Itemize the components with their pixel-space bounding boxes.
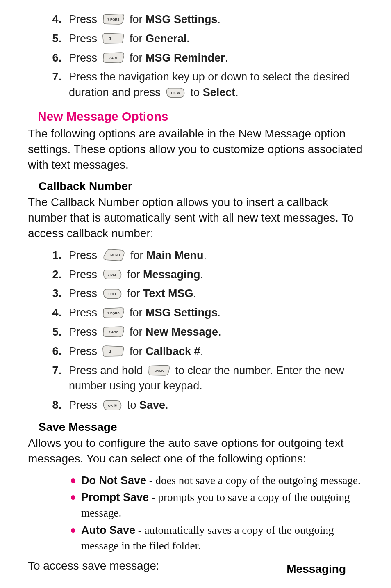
svg-text:7 PQRS: 7 PQRS bbox=[107, 18, 120, 21]
step-prefix: Press bbox=[69, 13, 100, 25]
step-mid: for bbox=[127, 326, 146, 338]
step-mid: for bbox=[127, 307, 146, 319]
step-suffix: . bbox=[235, 86, 239, 98]
svg-text:MENU: MENU bbox=[110, 253, 120, 257]
key-back-icon: BACK bbox=[148, 365, 170, 376]
key-2-icon: 2 ABC bbox=[102, 52, 125, 64]
svg-text:1: 1 bbox=[109, 349, 111, 354]
bullet-lead: Do Not Save bbox=[81, 474, 146, 487]
step-suffix: . bbox=[204, 249, 207, 261]
bullet-rest: - does not save a copy of the outgoing m… bbox=[146, 474, 361, 487]
svg-text:3 DEF: 3 DEF bbox=[107, 273, 117, 277]
step-bold: Main Menu bbox=[146, 249, 204, 261]
step-body: Press 3 DEF for Messaging. bbox=[69, 267, 366, 283]
callback-step: 7.Press and hold BACK to clear the numbe… bbox=[28, 363, 366, 394]
key-7-icon: 7 PQRS bbox=[102, 14, 125, 25]
page-footer-title: Messaging bbox=[286, 563, 346, 576]
step-prefix: Press bbox=[69, 307, 100, 319]
svg-text:OK ✉: OK ✉ bbox=[108, 404, 116, 407]
step-mid: to bbox=[124, 399, 140, 411]
step-bold: Messaging bbox=[143, 268, 200, 281]
step-body: Press 7 PQRS for MSG Settings. bbox=[69, 12, 366, 27]
step-body: Press 1 for General. bbox=[69, 31, 366, 47]
step-bold: Select bbox=[203, 86, 236, 98]
step-bold: Save bbox=[139, 399, 165, 411]
callback-step: 3.Press 3 DEF for Text MSG. bbox=[28, 286, 366, 302]
step-bold: General. bbox=[145, 32, 190, 45]
step-body: Press 1 for Callback #. bbox=[69, 344, 366, 359]
key-ok-icon: OK ✉ bbox=[165, 87, 186, 98]
callback-step: 8.Press OK ✉ to Save. bbox=[28, 398, 366, 413]
step-mid: for bbox=[127, 249, 147, 261]
intro-callback-number: The Callback Number option allows you to… bbox=[28, 194, 366, 241]
callback-step: 4.Press 7 PQRS for MSG Settings. bbox=[28, 305, 366, 321]
svg-text:OK ✉: OK ✉ bbox=[171, 91, 180, 95]
subhead-callback-number: Callback Number bbox=[39, 180, 366, 193]
step-number: 3. bbox=[48, 286, 61, 302]
save-message-bullet: Auto Save - automatically saves a copy o… bbox=[28, 523, 366, 554]
step-number: 6. bbox=[48, 50, 61, 66]
bullet-lead: Auto Save bbox=[81, 524, 135, 536]
step-number: 4. bbox=[48, 12, 61, 27]
step-mid: for bbox=[127, 52, 146, 64]
bullet-body: Auto Save - automatically saves a copy o… bbox=[81, 523, 366, 554]
step-mid: for bbox=[127, 32, 146, 45]
steps-callback-number: 1.Press MENU for Main Menu.2.Press 3 DEF… bbox=[28, 248, 366, 413]
step-prefix: Press bbox=[69, 268, 100, 281]
step-prefix: Press bbox=[69, 32, 100, 45]
step-body: Press 3 DEF for Text MSG. bbox=[69, 286, 366, 302]
intro-save-message: Allows you to configure the auto save op… bbox=[28, 435, 366, 467]
svg-text:BACK: BACK bbox=[154, 369, 164, 373]
step-body: Press 2 ABC for New Message. bbox=[69, 325, 366, 340]
step-mid: for bbox=[127, 13, 146, 25]
step-number: 5. bbox=[48, 31, 61, 47]
callback-step: 1.Press MENU for Main Menu. bbox=[28, 248, 366, 263]
bullet-lead: Prompt Save bbox=[81, 491, 149, 503]
key-1-icon: 1 bbox=[102, 33, 125, 44]
save-message-bullet: Do Not Save - does not save a copy of th… bbox=[28, 473, 366, 489]
step-body: Press 7 PQRS for MSG Settings. bbox=[69, 305, 366, 321]
step-prefix: Press bbox=[69, 249, 100, 261]
step-number: 5. bbox=[48, 325, 61, 340]
step-number: 8. bbox=[48, 398, 61, 413]
key-menu-icon: MENU bbox=[102, 249, 126, 262]
step-number: 7. bbox=[48, 69, 61, 85]
svg-text:2 ABC: 2 ABC bbox=[109, 56, 118, 60]
bullet-dot-icon bbox=[71, 478, 75, 483]
step-suffix: . bbox=[193, 287, 197, 300]
msg-reminder-step: 7.Press the navigation key up or down to… bbox=[28, 69, 366, 101]
step-prefix: Press bbox=[69, 399, 100, 411]
key-3-icon: 3 DEF bbox=[102, 269, 123, 280]
section-new-message-options: New Message Options bbox=[38, 110, 366, 124]
svg-text:3 DEF: 3 DEF bbox=[107, 292, 117, 296]
subhead-save-message: Save Message bbox=[39, 421, 366, 434]
key-ok-icon: OK ✉ bbox=[102, 400, 123, 411]
step-suffix: . bbox=[218, 13, 221, 25]
step-bold: Callback # bbox=[145, 345, 200, 357]
callback-step: 2.Press 3 DEF for Messaging. bbox=[28, 267, 366, 283]
steps-msg-reminder: 4.Press 7 PQRS for MSG Settings.5.Press … bbox=[28, 12, 366, 101]
step-number: 1. bbox=[48, 248, 61, 263]
msg-reminder-step: 6.Press 2 ABC for MSG Reminder. bbox=[28, 50, 366, 66]
key-2-icon: 2 ABC bbox=[102, 326, 125, 338]
step-suffix: . bbox=[200, 345, 204, 357]
step-mid: for bbox=[127, 345, 146, 357]
step-mid: to bbox=[187, 86, 203, 98]
step-bold: MSG Reminder bbox=[145, 52, 225, 64]
bullet-dot-icon bbox=[71, 495, 75, 500]
step-prefix: Press bbox=[69, 345, 100, 357]
step-mid: for bbox=[124, 268, 143, 281]
step-prefix: Press and hold bbox=[69, 364, 146, 377]
step-bold: MSG Settings bbox=[145, 13, 218, 25]
msg-reminder-step: 5.Press 1 for General. bbox=[28, 31, 366, 47]
step-body: Press OK ✉ to Save. bbox=[69, 398, 366, 413]
key-1-icon: 1 bbox=[102, 345, 125, 357]
step-prefix: Press bbox=[69, 326, 100, 338]
step-number: 6. bbox=[48, 344, 61, 359]
step-body: Press the navigation key up or down to s… bbox=[69, 69, 366, 101]
callback-step: 5.Press 2 ABC for New Message. bbox=[28, 325, 366, 340]
step-prefix: Press bbox=[69, 52, 100, 64]
msg-reminder-step: 4.Press 7 PQRS for MSG Settings. bbox=[28, 12, 366, 27]
step-number: 2. bbox=[48, 267, 61, 283]
step-number: 4. bbox=[48, 305, 61, 321]
